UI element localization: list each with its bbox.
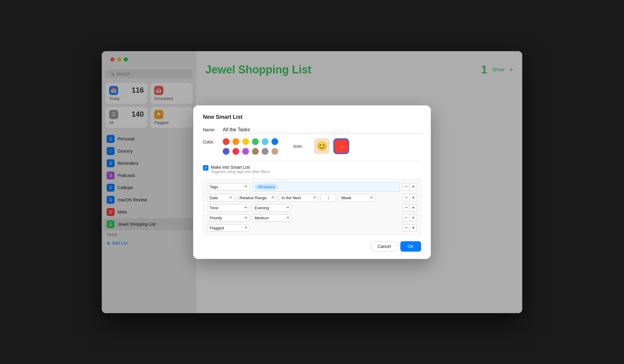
time-minus-button[interactable]: − bbox=[402, 204, 410, 211]
flagged-minus-button[interactable]: − bbox=[402, 224, 410, 231]
new-smart-list-modal: New Smart List Name: Color: Icon: 😊 🔖 bbox=[193, 105, 431, 259]
date-stepper: − + bbox=[402, 194, 417, 201]
flagged-stepper: − + bbox=[402, 224, 417, 231]
evening-select[interactable]: Evening bbox=[252, 204, 292, 212]
relative-range-select[interactable]: Relative Range bbox=[237, 194, 276, 202]
priority-minus-button[interactable]: − bbox=[402, 214, 410, 221]
tags-plus-button[interactable]: + bbox=[410, 183, 417, 190]
medium-select[interactable]: Medium bbox=[252, 214, 292, 222]
date-plus-button[interactable]: + bbox=[410, 194, 417, 201]
smart-list-title: Make into Smart List bbox=[211, 165, 271, 170]
smart-list-checkbox[interactable]: ✓ bbox=[203, 165, 208, 171]
color-swatch-2[interactable] bbox=[242, 138, 249, 145]
week-select[interactable]: Week bbox=[339, 194, 375, 202]
name-label: Name: bbox=[203, 127, 220, 132]
smart-list-subtitle: Organize using tags and other filters. bbox=[211, 170, 271, 174]
date-field-select[interactable]: Date bbox=[207, 194, 234, 202]
color-swatch-0[interactable] bbox=[223, 138, 229, 145]
color-swatch-8[interactable] bbox=[242, 148, 249, 155]
color-swatches bbox=[223, 138, 278, 155]
time-field-select[interactable]: Time bbox=[207, 204, 250, 212]
flagged-plus-button[interactable]: + bbox=[410, 224, 417, 231]
color-swatch-6[interactable] bbox=[223, 148, 229, 155]
mac-window: 🔍 Search 📅 116 Today 📆 Scheduled bbox=[102, 51, 522, 313]
color-swatch-4[interactable] bbox=[262, 138, 268, 145]
icon-section: Icon: 😊 🔖 bbox=[293, 138, 349, 154]
tags-stepper: − + bbox=[402, 183, 417, 190]
color-swatch-1[interactable] bbox=[232, 138, 239, 145]
filter-row-date: Date Relative Range In the Next Week − + bbox=[207, 194, 417, 202]
cancel-button[interactable]: Cancel bbox=[371, 241, 397, 252]
flagged-field-select[interactable]: Flagged bbox=[207, 224, 250, 232]
priority-stepper: − + bbox=[402, 214, 417, 221]
checkmark-icon: ✓ bbox=[204, 166, 207, 170]
color-swatch-3[interactable] bbox=[252, 138, 259, 145]
time-stepper: − + bbox=[402, 204, 417, 211]
filter-container: Tags #Kramers − + Date R bbox=[203, 179, 421, 235]
color-icon-row: Color: Icon: 😊 🔖 bbox=[203, 138, 421, 155]
color-swatch-10[interactable] bbox=[262, 148, 268, 155]
modal-overlay: New Smart List Name: Color: Icon: 😊 🔖 bbox=[102, 51, 522, 313]
date-number-input[interactable] bbox=[321, 194, 336, 202]
icon-option-emoji[interactable]: 😊 bbox=[314, 138, 330, 154]
kramers-tag: #Kramers bbox=[255, 184, 278, 190]
priority-plus-button[interactable]: + bbox=[410, 214, 417, 221]
priority-field-select[interactable]: Priority bbox=[207, 214, 250, 222]
filter-row-time: Time Evening − + bbox=[207, 204, 417, 212]
color-swatch-7[interactable] bbox=[232, 148, 239, 155]
tags-field-select[interactable]: Tags bbox=[207, 183, 250, 191]
date-minus-button[interactable]: − bbox=[402, 194, 410, 201]
tag-input-area[interactable]: #Kramers bbox=[252, 182, 400, 192]
color-swatch-5[interactable] bbox=[271, 138, 278, 145]
divider bbox=[203, 161, 421, 161]
name-input[interactable] bbox=[223, 126, 421, 133]
icon-option-bookmark[interactable]: 🔖 bbox=[333, 138, 349, 154]
tags-minus-button[interactable]: − bbox=[402, 183, 410, 190]
color-label: Color: bbox=[203, 138, 220, 144]
color-swatch-11[interactable] bbox=[271, 148, 278, 155]
smart-list-checkbox-row: ✓ Make into Smart List Organize using ta… bbox=[203, 165, 421, 174]
time-plus-button[interactable]: + bbox=[410, 204, 417, 211]
icon-label: Icon: bbox=[293, 144, 310, 149]
color-swatch-9[interactable] bbox=[252, 148, 259, 155]
filter-row-priority: Priority Medium − + bbox=[207, 214, 417, 222]
ok-button[interactable]: OK bbox=[400, 241, 421, 252]
filter-row-tags: Tags #Kramers − + bbox=[207, 182, 417, 192]
filter-row-flagged: Flagged − + bbox=[207, 224, 417, 232]
name-row: Name: bbox=[203, 126, 421, 133]
in-the-next-select[interactable]: In the Next bbox=[279, 194, 318, 202]
modal-title: New Smart List bbox=[203, 114, 421, 120]
modal-footer: Cancel OK bbox=[203, 241, 421, 252]
